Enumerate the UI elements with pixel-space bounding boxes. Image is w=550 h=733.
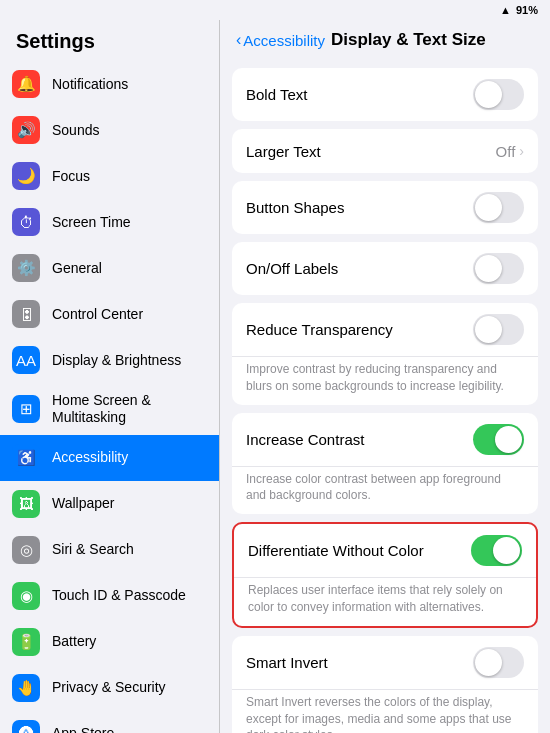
display-brightness-label: Display & Brightness	[52, 352, 181, 369]
touch-id-icon: ◉	[12, 582, 40, 610]
smart-invert-label: Smart Invert	[246, 654, 473, 671]
sidebar-title: Settings	[0, 20, 219, 61]
sidebar-item-battery[interactable]: 🔋Battery	[0, 619, 219, 665]
sidebar-item-wallpaper[interactable]: 🖼Wallpaper	[0, 481, 219, 527]
settings-row-reduce-transparency[interactable]: Reduce Transparency	[232, 303, 538, 357]
increase-contrast-description: Increase color contrast between app fore…	[232, 467, 538, 515]
on-off-labels-toggle[interactable]	[473, 253, 524, 284]
settings-group-increase-contrast: Increase ContrastIncrease color contrast…	[232, 413, 538, 515]
sidebar: Settings 🔔Notifications🔊Sounds🌙Focus⏱Scr…	[0, 20, 220, 733]
sidebar-item-screen-time[interactable]: ⏱Screen Time	[0, 199, 219, 245]
battery-text: 91%	[516, 4, 538, 16]
touch-id-label: Touch ID & Passcode	[52, 587, 186, 604]
settings-row-increase-contrast[interactable]: Increase Contrast	[232, 413, 538, 467]
focus-label: Focus	[52, 168, 90, 185]
battery-icon: 🔋	[12, 628, 40, 656]
sidebar-item-sounds[interactable]: 🔊Sounds	[0, 107, 219, 153]
privacy-security-label: Privacy & Security	[52, 679, 166, 696]
reduce-transparency-toggle-knob	[475, 316, 502, 343]
sounds-label: Sounds	[52, 122, 99, 139]
differentiate-without-color-description: Replaces user interface items that rely …	[234, 578, 536, 626]
settings-row-button-shapes[interactable]: Button Shapes	[232, 181, 538, 234]
button-shapes-toggle-knob	[475, 194, 502, 221]
settings-group-button-shapes: Button Shapes	[232, 181, 538, 234]
wifi-icon: ▲	[500, 4, 511, 16]
accessibility-icon: ♿	[12, 444, 40, 472]
smart-invert-toggle-knob	[475, 649, 502, 676]
reduce-transparency-label: Reduce Transparency	[246, 321, 473, 338]
on-off-labels-label: On/Off Labels	[246, 260, 473, 277]
sidebar-item-control-center[interactable]: 🎛Control Center	[0, 291, 219, 337]
settings-row-differentiate-without-color[interactable]: Differentiate Without Color	[234, 524, 536, 578]
status-icons: ▲ 91%	[500, 4, 538, 16]
button-shapes-toggle[interactable]	[473, 192, 524, 223]
app-store-icon: 🅐	[12, 720, 40, 733]
reduce-transparency-toggle[interactable]	[473, 314, 524, 345]
focus-icon: 🌙	[12, 162, 40, 190]
sidebar-item-home-screen[interactable]: ⊞Home Screen & Multitasking	[0, 383, 219, 435]
increase-contrast-label: Increase Contrast	[246, 431, 473, 448]
increase-contrast-toggle[interactable]	[473, 424, 524, 455]
status-bar: ▲ 91%	[0, 0, 550, 20]
sidebar-item-accessibility[interactable]: ♿Accessibility	[0, 435, 219, 481]
larger-text-label: Larger Text	[246, 143, 496, 160]
sidebar-item-privacy-security[interactable]: 🤚Privacy & Security	[0, 665, 219, 711]
reduce-transparency-description: Improve contrast by reducing transparenc…	[232, 357, 538, 405]
detail-header: ‹ Accessibility Display & Text Size	[220, 20, 550, 60]
sidebar-item-general[interactable]: ⚙️General	[0, 245, 219, 291]
settings-group-smart-invert: Smart InvertSmart Invert reverses the co…	[232, 636, 538, 733]
sidebar-item-app-store[interactable]: 🅐App Store	[0, 711, 219, 733]
button-shapes-label: Button Shapes	[246, 199, 473, 216]
settings-group-larger-text: Larger TextOff›	[232, 129, 538, 173]
settings-group-reduce-transparency: Reduce TransparencyImprove contrast by r…	[232, 303, 538, 405]
sidebar-items-list: 🔔Notifications🔊Sounds🌙Focus⏱Screen Time⚙…	[0, 61, 219, 733]
settings-group-differentiate-without-color: Differentiate Without ColorReplaces user…	[232, 522, 538, 628]
app-store-label: App Store	[52, 725, 114, 733]
back-button[interactable]: ‹ Accessibility	[236, 31, 325, 49]
general-icon: ⚙️	[12, 254, 40, 282]
general-label: General	[52, 260, 102, 277]
differentiate-without-color-toggle[interactable]	[471, 535, 522, 566]
settings-row-bold-text[interactable]: Bold Text	[232, 68, 538, 121]
notifications-label: Notifications	[52, 76, 128, 93]
settings-row-on-off-labels[interactable]: On/Off Labels	[232, 242, 538, 295]
sidebar-item-notifications[interactable]: 🔔Notifications	[0, 61, 219, 107]
settings-row-larger-text[interactable]: Larger TextOff›	[232, 129, 538, 173]
back-label: Accessibility	[243, 32, 325, 49]
sounds-icon: 🔊	[12, 116, 40, 144]
display-brightness-icon: AA	[12, 346, 40, 374]
bold-text-toggle[interactable]	[473, 79, 524, 110]
smart-invert-toggle[interactable]	[473, 647, 524, 678]
screen-time-icon: ⏱	[12, 208, 40, 236]
control-center-label: Control Center	[52, 306, 143, 323]
sidebar-item-display-brightness[interactable]: AADisplay & Brightness	[0, 337, 219, 383]
bold-text-label: Bold Text	[246, 86, 473, 103]
wallpaper-label: Wallpaper	[52, 495, 115, 512]
home-screen-label: Home Screen & Multitasking	[52, 392, 207, 426]
settings-row-smart-invert[interactable]: Smart Invert	[232, 636, 538, 690]
smart-invert-description: Smart Invert reverses the colors of the …	[232, 690, 538, 733]
increase-contrast-toggle-knob	[495, 426, 522, 453]
sidebar-item-siri-search[interactable]: ◎Siri & Search	[0, 527, 219, 573]
larger-text-value: Off	[496, 143, 516, 160]
siri-search-icon: ◎	[12, 536, 40, 564]
detail-rows: Bold TextLarger TextOff›Button ShapesOn/…	[220, 60, 550, 733]
detail-title: Display & Text Size	[331, 30, 486, 50]
differentiate-without-color-toggle-knob	[493, 537, 520, 564]
control-center-icon: 🎛	[12, 300, 40, 328]
privacy-security-icon: 🤚	[12, 674, 40, 702]
sidebar-item-touch-id[interactable]: ◉Touch ID & Passcode	[0, 573, 219, 619]
screen-time-label: Screen Time	[52, 214, 131, 231]
back-chevron-icon: ‹	[236, 31, 241, 49]
detail-panel: ‹ Accessibility Display & Text Size Bold…	[220, 20, 550, 733]
wallpaper-icon: 🖼	[12, 490, 40, 518]
siri-search-label: Siri & Search	[52, 541, 134, 558]
on-off-labels-toggle-knob	[475, 255, 502, 282]
notifications-icon: 🔔	[12, 70, 40, 98]
larger-text-chevron-icon: ›	[519, 143, 524, 159]
battery-label: Battery	[52, 633, 96, 650]
settings-group-bold-text: Bold Text	[232, 68, 538, 121]
home-screen-icon: ⊞	[12, 395, 40, 423]
settings-group-on-off-labels: On/Off Labels	[232, 242, 538, 295]
sidebar-item-focus[interactable]: 🌙Focus	[0, 153, 219, 199]
